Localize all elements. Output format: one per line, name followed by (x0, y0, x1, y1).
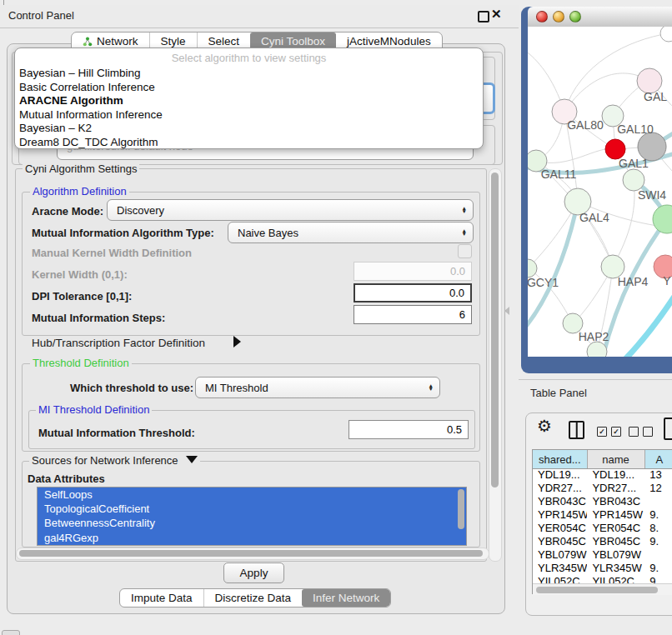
settings-scrollbar-thumb[interactable] (491, 172, 499, 488)
manual-kernel-label: Manual Kernel Width Definition (32, 247, 192, 259)
algorithm-option[interactable]: Mutual Information Inference (15, 108, 483, 122)
node-label-hap2: HAP2 (579, 330, 609, 343)
table-cell: YLR345W (587, 562, 644, 575)
attribute-list-scrollbar-thumb[interactable] (458, 489, 464, 529)
table-cell: YBR045C (533, 535, 587, 548)
table-row[interactable]: YPR145WYPR145W9. (533, 508, 672, 522)
bottom-tab-label: Discretize Data (215, 592, 292, 604)
kernel-width-field[interactable]: 0.0 (354, 262, 472, 281)
table-hscrollbar-thumb[interactable] (536, 587, 658, 593)
select-all-columns-icon[interactable]: ✓✓ (597, 427, 621, 437)
mi-threshold-field[interactable]: 0.5 (349, 420, 469, 439)
table-hscrollbar-track[interactable] (533, 583, 672, 595)
sources-group-title[interactable]: Sources for Network Inference (29, 454, 200, 467)
column-header-2[interactable]: name (588, 450, 645, 468)
aracne-mode-combobox[interactable]: Discovery ▲▼ (107, 199, 474, 221)
close-window-icon[interactable] (536, 11, 548, 22)
bottom-tab-infer-network[interactable]: Infer Network (302, 589, 390, 607)
which-threshold-combobox[interactable]: MI Threshold ▲▼ (195, 377, 440, 398)
node-table: shared...nameA YDL19...YDL19...13YDR27..… (532, 449, 672, 594)
table-row[interactable]: YER054CYER054C8. (533, 522, 672, 535)
deselect-all-columns-icon[interactable] (629, 427, 653, 437)
table-cell: YIL052C (533, 575, 587, 583)
data-attributes-label: Data Attributes (28, 472, 105, 485)
algorithm-option[interactable]: Bayesian – K2 (15, 122, 483, 136)
table-cell: YBR045C (587, 535, 644, 548)
node-label-gal11: GAL11 (541, 168, 577, 181)
algorithm-option[interactable]: ARACNE Algorithm (15, 94, 483, 108)
columns-icon[interactable] (569, 421, 584, 439)
dpi-tolerance-label: DPI Tolerance [0,1]: (32, 290, 132, 302)
table-cell (644, 548, 672, 562)
algorithm-option[interactable]: Basic Correlation Inference (15, 81, 483, 95)
panel-splitter-handle[interactable] (504, 307, 509, 315)
column-header-1[interactable]: shared... (533, 450, 588, 468)
table-cell: YBR043C (533, 495, 587, 508)
table-cell: YER054C (587, 522, 644, 535)
bottom-tab-discretize-data[interactable]: Discretize Data (203, 589, 303, 607)
table-cell: YPR145W (533, 508, 587, 522)
table-cell: YDR27... (533, 482, 587, 495)
gear-icon[interactable]: ⚙ (537, 418, 552, 434)
table-row[interactable]: YBR043CYBR043C (533, 495, 672, 508)
algorithm-option[interactable]: Bayesian – Hill Climbing (15, 67, 483, 81)
network-edge[interactable] (613, 180, 634, 267)
apply-button[interactable]: Apply (223, 562, 284, 583)
tab-label: Cyni Toolbox (261, 35, 325, 48)
network-edge[interactable] (621, 295, 672, 357)
stepper-arrows-icon: ▲▼ (462, 207, 473, 214)
network-node[interactable] (660, 27, 672, 42)
threshold-group-title: Threshold Definition (30, 357, 132, 369)
table-row[interactable]: YBL079WYBL079W (533, 548, 672, 562)
network-view-canvas[interactable]: GALGAL80GAL10GAL1GAL11SWI4GAL4GCY1HAP4YH… (528, 27, 672, 357)
table-cell: 9. (644, 562, 672, 575)
column-header-3[interactable]: A (645, 450, 672, 468)
network-node[interactable] (587, 342, 607, 357)
settings-hscrollbar-thumb[interactable] (19, 550, 483, 557)
mi-steps-field[interactable]: 6 (354, 305, 472, 324)
document-icon[interactable] (664, 418, 672, 440)
bottom-tab-impute-data[interactable]: Impute Data (120, 589, 203, 607)
network-node-gcy1[interactable] (528, 259, 537, 278)
sources-collapse-arrow-icon[interactable] (186, 456, 198, 463)
network-icon (83, 37, 93, 47)
minimize-window-icon[interactable] (553, 11, 564, 22)
table-cell: 13 (644, 468, 672, 482)
network-edge[interactable] (536, 148, 615, 162)
network-window-titlebar[interactable] (528, 7, 672, 28)
attribute-list-item[interactable]: gal4RGexp (38, 531, 466, 545)
hub-expand-arrow-icon[interactable] (233, 336, 241, 348)
table-row[interactable]: YBR045CYBR045C9. (533, 535, 672, 548)
network-node[interactable] (653, 205, 672, 233)
table-cell: YBL079W (533, 548, 587, 562)
table-row[interactable]: YLR345WYLR345W9. (533, 562, 672, 575)
table-row[interactable]: YDR27...YDR27...12 (533, 482, 672, 495)
table-row[interactable]: YDL19...YDL19...13 (533, 468, 672, 482)
algorithm-option[interactable]: Dream8 DC_TDC Algorithm (15, 136, 483, 150)
settings-scrollbar-track[interactable] (489, 168, 502, 562)
panel-title: Control Panel (8, 9, 74, 22)
float-window-icon[interactable] (478, 11, 489, 22)
attribute-list-item[interactable]: BetweennessCentrality (38, 516, 466, 530)
manual-kernel-checkbox[interactable] (458, 244, 472, 258)
attribute-list-item[interactable]: TopologicalCoefficient (38, 502, 466, 516)
mi-threshold-label: Mutual Information Threshold: (38, 427, 195, 439)
kernel-width-label: Kernel Width (0,1): (32, 268, 128, 281)
mi-type-combobox[interactable]: Naive Bayes ▲▼ (228, 222, 474, 243)
close-panel-icon[interactable]: ✕ (491, 7, 502, 22)
tab-label: Network (97, 35, 138, 48)
dpi-tolerance-field[interactable]: 0.0 (354, 283, 472, 302)
control-panel-titlebar: Control Panel ✕ (0, 5, 519, 28)
tab-label: jActiveMNodules (347, 35, 431, 48)
node-label-gal1: GAL1 (619, 157, 649, 170)
settings-hscrollbar-track[interactable] (16, 548, 489, 560)
attribute-list-item[interactable]: SelfLoops (38, 488, 466, 502)
screenshot-root: Control Panel ✕ gal filtered.sif default… (0, 0, 672, 635)
node-label-gal4: GAL4 (579, 211, 609, 224)
table-row[interactable]: YIL052CYIL052C9. (533, 575, 672, 583)
dropdown-prompt: Select algorithm to view settings (15, 48, 483, 64)
cutoff-corner-button[interactable] (2, 630, 20, 635)
table-cell: YER054C (533, 522, 587, 535)
zoom-window-icon[interactable] (569, 11, 581, 22)
hub-definition-label[interactable]: Hub/Transcription Factor Definition (32, 337, 205, 349)
